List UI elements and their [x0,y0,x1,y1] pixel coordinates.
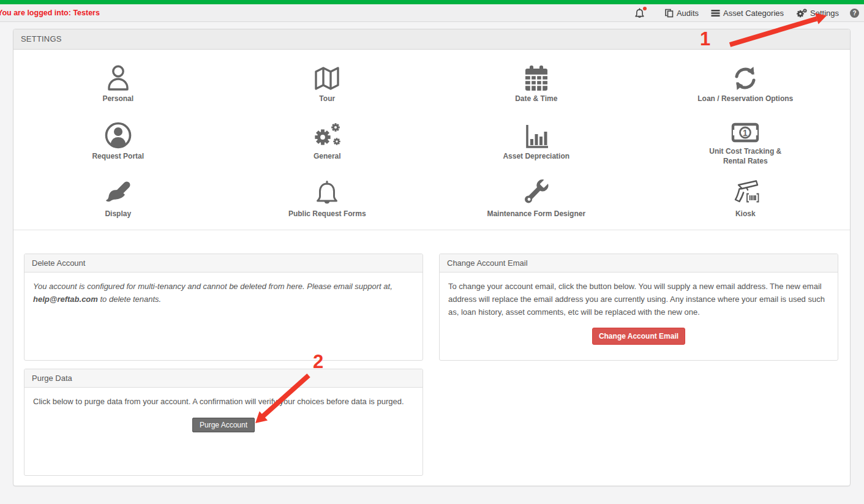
change-account-email-description: To change your account email, click the … [448,280,829,318]
svg-text:1: 1 [743,128,748,138]
settings-panel-title: SETTINGS [13,29,850,50]
settings-item-label: General [314,152,341,162]
nav-right: Audits Asset Categories [622,8,859,18]
notification-dot [643,7,647,10]
map-icon [313,62,341,92]
settings-item-unit-cost-tracking[interactable]: 1 Unit Cost Tracking & Rental Rates [699,115,791,166]
gears-icon [796,8,807,18]
settings-item-label: Public Request Forms [288,209,366,219]
purge-account-button[interactable]: Purge Account [192,418,255,432]
nav-item-label: Asset Categories [723,9,784,18]
settings-item-label: Request Portal [92,152,144,162]
person-icon [105,62,132,92]
settings-item-label: Display [105,209,131,219]
support-email: help@reftab.com [33,295,98,304]
wrench-icon [522,178,550,207]
delete-account-panel-title: Delete Account [24,254,423,273]
settings-item-display[interactable]: Display [104,178,132,219]
purge-data-description: Click below to purge data from your acco… [33,396,414,408]
sync-icon [731,62,759,92]
nav-item-label: Settings [810,9,839,18]
nav-item-label: Audits [677,9,699,18]
delete-account-panel: Delete Account You account is configured… [24,254,423,361]
settings-item-label: Kiosk [735,209,756,219]
money-bill-icon: 1 [731,115,759,145]
purge-data-panel-title: Purge Data [24,369,423,388]
user-circle-icon [104,120,132,149]
settings-icon-grid: Personal Tour Date & Time [13,50,850,230]
nav-item-asset-categories[interactable]: Asset Categories [711,9,784,18]
settings-page-container: SETTINGS Personal Tour [13,29,851,486]
bar-chart-icon [523,120,550,149]
bell-icon [314,178,340,207]
settings-item-label: Personal [102,94,133,104]
settings-item-public-request-forms[interactable]: Public Request Forms [288,178,366,219]
change-account-email-button[interactable]: Change Account Email [592,328,685,345]
change-account-email-panel-title: Change Account Email [440,254,838,273]
top-navbar: You are logged into: Testers Audits [0,4,864,22]
paintbrush-icon [104,178,132,207]
nav-item-settings[interactable]: Settings [796,8,839,18]
cogs-icon [312,120,342,149]
delete-account-panel-body: You account is configured for multi-tena… [24,273,423,314]
settings-item-loan-reservation-options[interactable]: Loan / Reservation Options [697,62,793,104]
settings-item-label: Loan / Reservation Options [697,94,793,104]
barcode-scanner-icon [731,178,759,207]
settings-item-personal[interactable]: Personal [102,62,133,104]
delete-account-text-after: to delete tenants. [98,295,161,304]
notifications-bell-button[interactable] [634,8,645,18]
settings-item-label: Tour [319,94,335,104]
settings-item-label: Asset Depreciation [503,152,569,162]
purge-data-panel: Purge Data Click below to purge data fro… [24,369,423,476]
settings-item-maintenance-form-designer[interactable]: Maintenance Form Designer [487,178,585,219]
settings-item-date-time[interactable]: Date & Time [515,62,557,104]
settings-item-tour[interactable]: Tour [313,62,341,104]
nav-item-audits[interactable]: Audits [664,9,699,18]
delete-account-text-before: You account is configured for multi-tena… [33,282,393,291]
change-account-email-panel: Change Account Email To change your acco… [439,254,838,361]
settings-item-kiosk[interactable]: Kiosk [731,178,759,219]
settings-item-request-portal[interactable]: Request Portal [92,120,144,162]
help-icon[interactable]: ? [850,9,859,18]
settings-item-asset-depreciation[interactable]: Asset Depreciation [503,120,569,162]
settings-item-label: Unit Cost Tracking & Rental Rates [699,147,791,166]
logged-in-banner: You are logged into: Testers [0,9,100,17]
calendar-icon [523,62,550,92]
list-icon [711,9,720,17]
audits-icon [664,9,674,18]
settings-item-label: Date & Time [515,94,557,104]
top-green-bar [0,0,864,4]
settings-item-general[interactable]: General [312,120,342,162]
settings-item-label: Maintenance Form Designer [487,209,585,219]
